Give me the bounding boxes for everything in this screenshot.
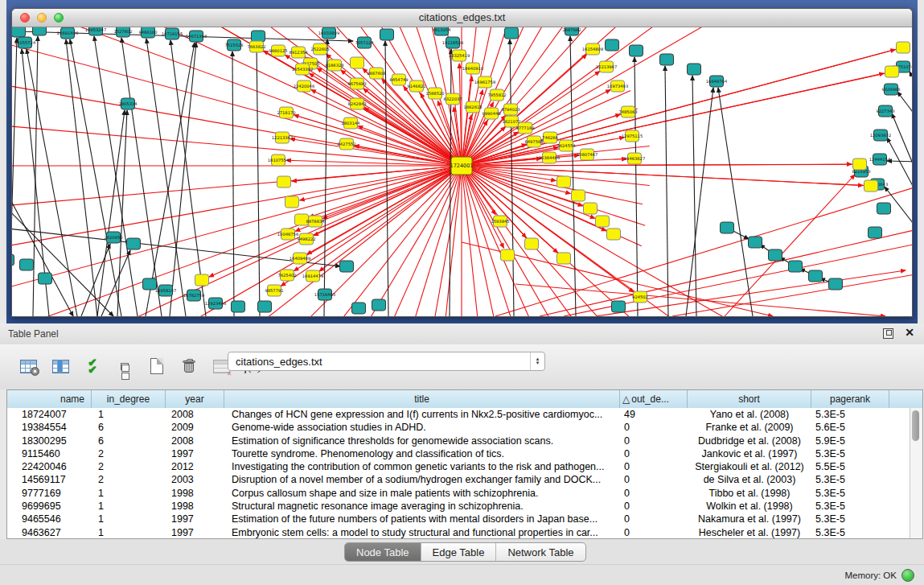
table-cell[interactable]: 0 — [620, 473, 688, 486]
table-cell[interactable]: Investigating the contribution of common… — [224, 460, 620, 473]
graph-edge-red[interactable] — [12, 41, 462, 166]
graph-edge-black[interactable] — [910, 72, 912, 101]
graph-node-teal[interactable] — [789, 261, 803, 272]
table-cell[interactable]: 0 — [620, 500, 688, 513]
graph-node-teal[interactable] — [258, 301, 272, 312]
graph-node-yellow[interactable] — [285, 196, 299, 208]
close-panel-icon[interactable]: ✕ — [905, 326, 914, 339]
graph-node-teal[interactable] — [340, 261, 354, 272]
graph-node-teal[interactable] — [688, 64, 701, 75]
table-cell[interactable]: 2003 — [166, 473, 224, 486]
table-cell[interactable]: Genome-wide association studies in ADHD. — [224, 421, 620, 434]
table-body[interactable]: 1872400712008Changes of HCN gene express… — [7, 408, 910, 538]
table-cell[interactable]: 1 — [92, 513, 166, 525]
network-window-titlebar[interactable]: citations_edges.txt — [12, 9, 912, 27]
graph-edge-black[interactable] — [665, 66, 668, 316]
table-cell[interactable]: 0 — [620, 421, 688, 434]
graph-edge-black[interactable] — [897, 92, 912, 128]
graph-node-yellow[interactable] — [525, 238, 539, 249]
table-cell[interactable]: 2008 — [166, 435, 224, 447]
table-cell[interactable]: 2009 — [166, 421, 224, 434]
table-cell[interactable]: Estimation of the future numbers of pati… — [224, 513, 620, 525]
table-cell[interactable]: de Silva et al. (2003) — [688, 473, 811, 486]
column-header-out-degree[interactable]: △out_de... — [620, 390, 688, 408]
graph-node-teal[interactable] — [33, 27, 47, 35]
table-cell[interactable]: Jankovic et al. (1997) — [688, 447, 811, 460]
network-window[interactable]: citations_edges.txt 14055724206914061065… — [11, 8, 913, 317]
select-rows-button[interactable]: ✔✔ — [82, 356, 103, 377]
table-cell[interactable]: 1 — [92, 408, 166, 421]
table-row[interactable]: 2242004622012Investigating the contribut… — [7, 460, 910, 473]
graph-node-teal[interactable] — [630, 45, 643, 56]
table-cell[interactable]: Wolkin et al. (1998) — [688, 500, 811, 513]
graph-node-yellow[interactable] — [853, 159, 867, 170]
graph-edge-black[interactable] — [718, 88, 753, 316]
table-cell[interactable]: 9699695 — [7, 500, 92, 513]
table-cell[interactable]: 5.3E-5 — [811, 500, 889, 513]
new-table-button[interactable] — [146, 356, 167, 377]
table-cell[interactable]: 5.6E-5 — [811, 421, 889, 434]
graph-node-teal[interactable] — [877, 203, 891, 214]
graph-node-yellow[interactable] — [195, 274, 209, 286]
graph-node-yellow[interactable] — [501, 249, 515, 261]
table-row[interactable]: 1456911722003Disruption of a novel membe… — [7, 473, 910, 486]
graph-node-teal[interactable] — [12, 27, 26, 37]
table-cell[interactable]: 2008 — [166, 408, 224, 421]
graph-node-teal[interactable] — [606, 39, 619, 51]
graph-node-teal[interactable] — [769, 249, 782, 261]
table-cell[interactable]: Stergiakouli et al. (2012) — [688, 460, 811, 473]
table-cell[interactable]: 9465546 — [7, 513, 92, 525]
graph-edge-red[interactable] — [292, 166, 462, 181]
table-cell[interactable]: Nakamura et al. (1997) — [688, 513, 811, 525]
table-cell[interactable]: Tibbo et al. (1998) — [688, 487, 811, 500]
graph-node-yellow[interactable] — [897, 42, 910, 53]
graph-edge-black[interactable] — [170, 43, 196, 316]
table-cell[interactable]: 0 — [620, 447, 688, 460]
table-vertical-scrollbar[interactable] — [910, 408, 922, 538]
table-row[interactable]: 946554611997Estimation of the future num… — [7, 513, 910, 525]
table-cell[interactable]: 5.3E-5 — [811, 447, 889, 460]
graph-edge-red[interactable] — [462, 166, 880, 316]
table-cell[interactable]: Yano et al. (2008) — [688, 408, 811, 421]
show-columns-button[interactable] — [50, 356, 71, 377]
graph-node-yellow[interactable] — [607, 229, 621, 240]
graph-node-teal[interactable] — [39, 273, 52, 284]
table-cell[interactable]: 6 — [92, 421, 166, 434]
graph-node-yellow[interactable] — [557, 176, 571, 187]
table-cell[interactable]: 1 — [92, 500, 166, 513]
graph-edge-black[interactable] — [232, 51, 234, 316]
table-cell[interactable]: 9463627 — [7, 526, 92, 538]
table-cell[interactable]: 9777169 — [7, 487, 92, 500]
graph-node-teal[interactable] — [721, 222, 734, 233]
graph-edge-red[interactable] — [209, 166, 462, 277]
graph-edge-red[interactable] — [411, 166, 462, 316]
tab-network-table[interactable]: Network Table — [496, 543, 585, 561]
graph-edge-black[interactable] — [70, 39, 121, 316]
graph-edge-red[interactable] — [378, 166, 462, 316]
graph-node-yellow[interactable] — [864, 180, 878, 192]
table-cell[interactable]: 5.3E-5 — [811, 408, 889, 421]
graph-node-teal[interactable] — [869, 227, 882, 238]
table-cell[interactable]: 1997 — [166, 513, 224, 525]
graph-edge-red[interactable] — [319, 166, 462, 271]
table-cell[interactable]: Estimation of significance thresholds fo… — [224, 435, 620, 447]
table-row[interactable]: 911546021997Tourette syndrome. Phenomeno… — [7, 447, 910, 460]
graph-node-yellow[interactable] — [557, 253, 571, 264]
table-cell[interactable]: 1 — [92, 526, 166, 538]
graph-edge-red[interactable] — [462, 27, 852, 166]
table-settings-button[interactable] — [18, 356, 39, 377]
graph-edge-red[interactable] — [213, 166, 462, 316]
table-cell[interactable]: 18724007 — [7, 408, 92, 421]
graph-node-teal[interactable] — [372, 299, 386, 311]
table-cell[interactable]: 0 — [620, 513, 688, 525]
graph-node-teal[interactable] — [612, 301, 626, 312]
column-header-year[interactable]: year — [166, 390, 224, 408]
table-cell[interactable]: 2 — [92, 447, 166, 460]
table-row[interactable]: 946362711997Embryonic stem cells: a mode… — [7, 526, 910, 538]
column-header-pagerank[interactable]: pagerank — [811, 390, 889, 408]
graph-edge-black[interactable] — [686, 88, 713, 316]
graph-node-yellow[interactable] — [572, 190, 585, 201]
graph-edge-black[interactable] — [692, 76, 696, 316]
table-cell[interactable]: 0 — [620, 487, 688, 500]
table-cell[interactable]: 2012 — [166, 460, 224, 473]
